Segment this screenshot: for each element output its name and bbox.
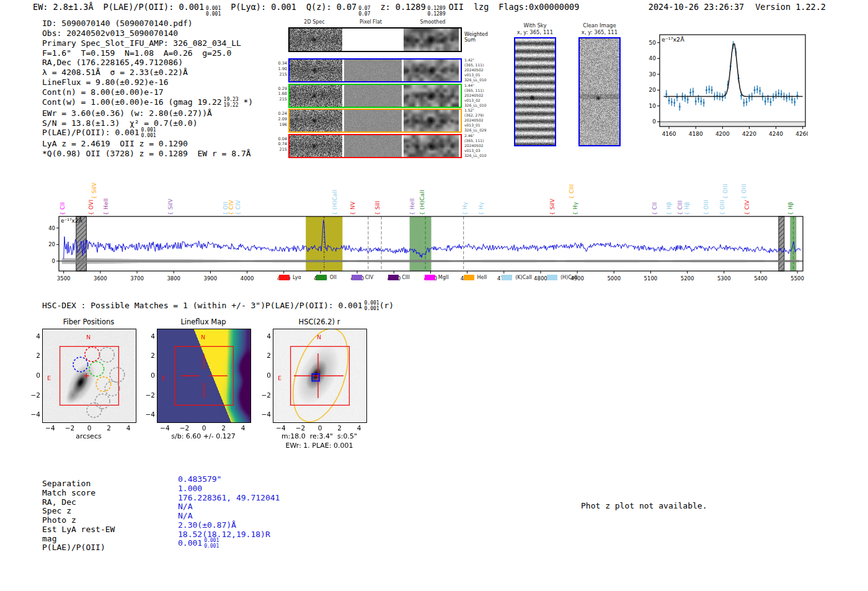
legend-item: OII — [316, 275, 337, 280]
y-tick-label: −2 — [259, 391, 271, 399]
y-tick-label: −4 — [259, 411, 271, 418]
fiber-circle-gray — [95, 394, 110, 409]
fiber-circle-gray — [100, 347, 115, 362]
y-tick-label: 4 — [259, 332, 271, 340]
info-plae: P(LAE)/P(OII): 0.0010.0010.001 — [42, 128, 253, 139]
clean-image-coords: x, y: 365, 111 — [572, 29, 627, 36]
info-lambda: λ = 4208.51Å σ = 2.33(±0.22)Å — [42, 68, 253, 78]
match-plae-hi-lo: 0.0010.001 — [204, 538, 219, 549]
fiber-circle-red — [85, 347, 100, 362]
emission-line-label: { HeII — [103, 198, 109, 215]
fiber-positions-overlay: N E — [43, 329, 136, 422]
svg-text:5100: 5100 — [644, 275, 658, 282]
line-fit-plot: 41604180420042204240426001020304050e⁻¹⁷x… — [644, 32, 808, 143]
emission-line-label: { CII — [652, 202, 658, 215]
x-tick-label: 4 — [241, 424, 246, 432]
y-tick-label: 0 — [259, 371, 271, 379]
legend-label: Lyα — [293, 275, 301, 280]
x-tick-label: −4 — [276, 424, 285, 432]
emission-line-label: { OVI — [88, 200, 94, 215]
legend-label: OII — [330, 275, 337, 280]
legend-label: CIV — [365, 275, 373, 280]
fiber-circle-green — [89, 362, 104, 376]
fiber-circle-gray — [105, 381, 120, 396]
info-obs: Obs: 20240502v013_5090070140 — [42, 29, 253, 38]
with-sky-panel: With Sky x, y: 365, 111 — [507, 22, 563, 146]
x-tick-label: −4 — [160, 424, 169, 432]
info-id: ID: 5090070140 (5090070140.pdf) — [42, 19, 253, 29]
header-qz: Q(z): 0.070.070.07 — [306, 2, 371, 17]
hsc-r-plot: N E −4−2024420−2−4 — [273, 329, 367, 423]
info-plae-hi-lo: 0.0010.001 — [141, 128, 156, 139]
svg-text:4180: 4180 — [689, 131, 703, 137]
legend-label: HeII — [477, 275, 487, 280]
x-tick-label: 0 — [318, 424, 322, 432]
legend-item: HeII — [464, 275, 487, 280]
emission-line-label: { SiIV — [91, 182, 97, 199]
table-row: mag18.52(18.12,19.18)R — [42, 534, 115, 543]
emission-line-label: { SiIV — [549, 198, 556, 215]
svg-text:4260: 4260 — [795, 131, 808, 137]
legend-swatch — [279, 275, 290, 280]
compass-n: N — [201, 334, 205, 340]
y-tick-label: 2 — [143, 352, 155, 359]
x-tick-label: −2 — [296, 424, 305, 432]
emission-line-label: { Hγ — [462, 202, 468, 215]
y-tick-label: 2 — [259, 352, 271, 359]
emission-line-label: { SiIV — [167, 198, 174, 215]
fiber-row-weights: 0.24 2.09 196 — [278, 111, 287, 127]
legend-swatch — [464, 275, 474, 280]
emission-line-labels: { CII{ OVI{ SiIV{ HeII{ SiIV{ OII{ CIV{ … — [38, 172, 807, 215]
emission-line-label: { Hβ — [666, 202, 672, 215]
emission-line-label: { CIV — [228, 200, 234, 215]
fiber-row-meta: 1.52" (362, 279) 20240502 v013_01 326_LL… — [464, 108, 487, 133]
emission-line-label: { Hβ — [787, 202, 794, 215]
fiber-2d-cell — [404, 110, 459, 131]
report-datetime: 2024-10-26 23:26:37 — [649, 2, 744, 12]
z-hi-lo: 0.12890.1289 — [428, 6, 446, 17]
fiber-2d-cell — [404, 135, 459, 157]
fiber-2d-cell — [290, 110, 342, 131]
x-tick-label: −4 — [45, 424, 55, 432]
elixer-report-page: EW: 2.8±1.3Å P(LAE)/P(OII): 0.0010.0010.… — [0, 0, 868, 591]
svg-text:4000: 4000 — [241, 275, 254, 282]
info-cont-n: Cont(n) = 8.00(±0.00)e-17 — [42, 87, 253, 97]
info-cont-w: Cont(w) = 1.00(±0.00)e-16 (gmag 19.2219.… — [42, 97, 253, 109]
weighted-sum-row — [288, 27, 462, 52]
legend-swatch — [352, 275, 362, 280]
fiber-circles — [73, 347, 125, 418]
info-slot: Primary Spec_Slot_IFU_AMP: 326_082_034_L… — [42, 38, 253, 48]
emission-line-label: { HeII — [409, 198, 415, 215]
header-z: z: 0.12890.12890.1289OII — [380, 2, 463, 17]
emission-line-label: { (H)CaII — [419, 190, 425, 215]
lineflux-map-title: Lineflux Map — [180, 318, 226, 326]
table-row: Spec zN/A — [42, 506, 115, 515]
y-tick-label: −4 — [28, 411, 40, 418]
hsc-plae-hi-lo: 0.0010.001 — [365, 301, 379, 312]
legend-item: Lyα — [279, 275, 301, 280]
header-plya: P(Lyα): 0.001 — [231, 2, 296, 12]
legend-label: (H)CaII — [560, 275, 577, 280]
legend-item: MgII — [425, 275, 449, 280]
emission-line-label: { (H)CaII — [332, 190, 338, 215]
y-tick-label: −4 — [143, 411, 155, 418]
svg-text:0: 0 — [652, 118, 656, 125]
legend-swatch — [547, 275, 557, 280]
photz-note: Phot z plot not available. — [581, 501, 707, 510]
x-tick-label: 4 — [126, 424, 131, 432]
svg-text:20: 20 — [649, 87, 657, 93]
weighted-2dspec-image — [290, 29, 342, 51]
emission-line-label: { OIII — [741, 184, 747, 199]
svg-text:5200: 5200 — [681, 275, 694, 282]
fiber-circle-blue — [73, 357, 88, 372]
legend-item: CIV — [352, 275, 373, 280]
svg-text:4160: 4160 — [662, 131, 676, 137]
legend-label: CIII — [402, 275, 410, 280]
compass-n: N — [317, 334, 321, 340]
x-tick-label: 2 — [337, 424, 342, 432]
fiber-circle-gray — [110, 368, 125, 383]
legend-swatch — [316, 275, 327, 280]
fiber-2d-cell — [404, 60, 459, 81]
emission-line-label: { Hγ — [572, 202, 578, 215]
fiber-2d-cell — [290, 135, 342, 157]
